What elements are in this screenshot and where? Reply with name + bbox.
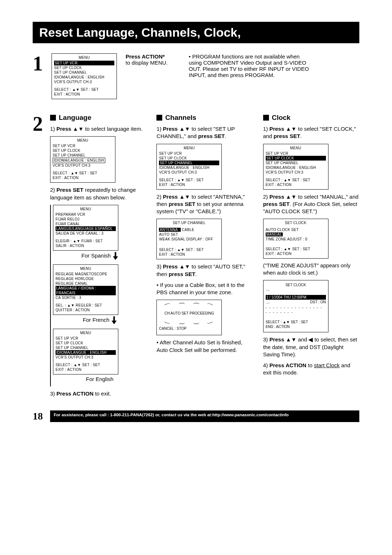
osd-row: 1 / 1/2004 THU 12:00PM xyxy=(266,295,326,300)
osd-footer: SALIR : ACTION xyxy=(56,243,116,248)
osd-row: CA SORTIE : 3 xyxy=(56,295,116,300)
osd-title: MENU xyxy=(56,207,116,211)
text: 3) xyxy=(156,263,163,270)
step1-note: • PROGRAM functions are not available wh… xyxy=(189,53,312,78)
osd-row: SET UP VCR xyxy=(266,151,326,156)
text: Press ▲▼ xyxy=(269,194,297,200)
text: start Clock xyxy=(314,362,340,368)
osd-row: AUTO CLOCK SET xyxy=(266,227,326,232)
lang-osd-spanish: MENU PREPARAR VCR FIJAR RELOJ FIJAR CANA… xyxy=(53,205,118,251)
text: 4) xyxy=(263,362,270,368)
osd-row: IDIOMA/LANGUE : ENGLISH xyxy=(159,165,219,170)
osd-row: SET UP VCR xyxy=(53,143,113,148)
chan-osd-1: MENU SET UP VCR SET UP CLOCK SET UP CHAN… xyxy=(156,144,222,190)
osd-row: SET UP VCR xyxy=(54,61,114,65)
osd-footer: SEL. : ▲▼ REGLER : SET xyxy=(56,303,116,308)
osd-footer: SELECT : ▲▼ SET : SET xyxy=(54,87,114,92)
osd-title: MENU xyxy=(56,331,116,335)
svg-line-4 xyxy=(266,303,267,304)
caption: For French xyxy=(53,316,146,324)
osd-row: LANGUAGE / IDIOMA : FRANCAIS xyxy=(56,286,116,295)
osd-footer: END : ACTION xyxy=(266,324,326,329)
svg-line-1 xyxy=(266,290,267,291)
instruction: 3) Press ACTION to exit. xyxy=(50,390,146,397)
osd-row: SET UP VCR xyxy=(159,151,219,156)
channels-column: Channels 1) Press ▲▼ to select "SET UP C… xyxy=(156,114,253,397)
osd-row: SET UP CHANNEL xyxy=(54,70,114,75)
osd-title: MENU xyxy=(53,138,113,143)
instruction: 2) Press ▲▼ to select "ANTENNA," then pr… xyxy=(156,193,253,215)
osd-title: SET CLOCK xyxy=(266,283,326,287)
svg-line-2 xyxy=(269,290,269,291)
page-title: Reset Language, Channels, Clock, xyxy=(33,22,359,43)
osd-footer: SELECT : ▲▼ SET : SET xyxy=(56,362,116,367)
bullet: • After Channel Auto Set is finished, Au… xyxy=(156,339,253,354)
clock-osd-1: MENU SET UP VCR SET UP CLOCK SET UP CHAN… xyxy=(263,144,328,190)
osd-row: TIME ZONE ADJUST : 0 xyxy=(266,237,326,242)
osd-row: IDIOMA/LANGUE : ENGLISH xyxy=(266,165,326,170)
instruction: 3) Press ▲▼ and ◀ to select, then set th… xyxy=(263,336,359,358)
osd-footer: SELECT : ▲▼ SET : SET xyxy=(159,178,219,182)
osd-footer: EXIT : ACTION xyxy=(266,182,326,187)
clock-osd-3: SET CLOCK 1 / 1/2004 THU 12:00PM DST : O… xyxy=(263,280,328,332)
osd-row: SET UP CLOCK xyxy=(266,156,326,161)
parenthetical: ("TIME ZONE ADJUST" appears only when au… xyxy=(263,262,359,276)
instruction: 1) Press ▲▼ to select "SET UP CHANNEL," … xyxy=(156,125,253,140)
text: Press ▲▼ xyxy=(163,126,190,132)
arrow-down-icon xyxy=(113,252,118,260)
osd-row: - - - - - - - - - - - - - - - - - - - - … xyxy=(266,305,326,315)
text: 2) xyxy=(50,187,57,193)
osd-row: REGLAGE HORLOGE xyxy=(56,276,116,281)
osd-row: MANUAL xyxy=(266,232,283,236)
osd-row: SET UP CLOCK xyxy=(53,148,113,153)
section-title: Clock xyxy=(272,114,291,122)
text: Press ACTION* xyxy=(126,53,165,60)
osd-row: VCR'S OUTPUT CH:3 xyxy=(266,170,326,175)
osd-title: SET UP CHANNEL xyxy=(159,220,219,225)
osd-footer: CANCEL : STOP xyxy=(159,326,219,331)
text: Press ▲▼ xyxy=(163,263,190,270)
osd-row: WEAK SIGNAL DISPLAY : OFF xyxy=(159,237,219,242)
text: . xyxy=(300,133,302,139)
lang-osd-1: MENU SET UP VCR SET UP CLOCK SET UP CHAN… xyxy=(50,136,115,183)
text: to select language item. xyxy=(83,126,143,132)
text: 1) xyxy=(156,126,163,132)
osd-footer: EXIT : ACTION xyxy=(159,182,219,187)
osd-row: SET UP CLOCK xyxy=(159,156,219,161)
osd-row: FIJAR RELOJ xyxy=(56,217,116,222)
osd-title: SET CLOCK xyxy=(266,220,326,225)
clock-osd-2: SET CLOCK AUTO CLOCK SET MANUAL TIME ZON… xyxy=(263,219,328,259)
instruction: 2) Press SET repeatedly to change langua… xyxy=(50,186,146,201)
instruction: 1) Press ▲▼ to select "SET CLOCK," and p… xyxy=(263,125,359,140)
text: press SET xyxy=(169,201,195,207)
osd-footer: SELECT : ▲▼ SET : SET xyxy=(159,247,219,252)
text: 3) xyxy=(50,390,57,397)
osd-row: CH AUTO SET PROCEEDING xyxy=(159,311,219,316)
chan-process-osd: CH AUTO SET PROCEEDING CANCEL : STOP xyxy=(156,300,222,335)
language-column: Language 1) Press ▲▼ to select language … xyxy=(50,114,146,397)
osd-row: PREPARAR VCR xyxy=(56,212,116,217)
step-2: 2 Language 1) Press ▲▼ to select languag… xyxy=(33,114,359,397)
text: Press ▲▼ xyxy=(57,126,84,132)
text: Press ▲▼ xyxy=(163,194,190,200)
text: . xyxy=(195,271,197,277)
step1-osd: MENU SET UP VCR SET UP CLOCK SET UP CHAN… xyxy=(52,53,117,99)
osd-title: MENU xyxy=(54,55,114,60)
loop-line xyxy=(50,205,51,386)
text: press SET xyxy=(198,133,225,139)
osd-row: SET UP VCR xyxy=(56,336,116,341)
page-number: 18 xyxy=(33,410,50,422)
osd-footer: SELECT : ▲▼ SET : SET xyxy=(266,320,326,324)
lang-osd-french: MENU REGLAGE MAGNETOSCOPE REGLAGE HORLOG… xyxy=(53,264,118,315)
osd-row: SET UP CHANNEL xyxy=(159,161,219,165)
instruction: 1) Press ▲▼ to select language item. xyxy=(50,125,146,133)
osd-row: FIJAR CANAL xyxy=(56,222,116,226)
step-1-number: 1 xyxy=(33,53,43,74)
osd-footer: EXIT : ACTION xyxy=(56,367,116,372)
osd-row: DST : ON xyxy=(310,300,326,304)
text: Press ▲▼ xyxy=(269,336,298,343)
square-icon xyxy=(156,115,162,121)
footer: 18 For assistance, please call : 1-800-2… xyxy=(33,410,359,422)
caption: For Spanish xyxy=(53,252,146,260)
text: 2) xyxy=(156,194,163,200)
